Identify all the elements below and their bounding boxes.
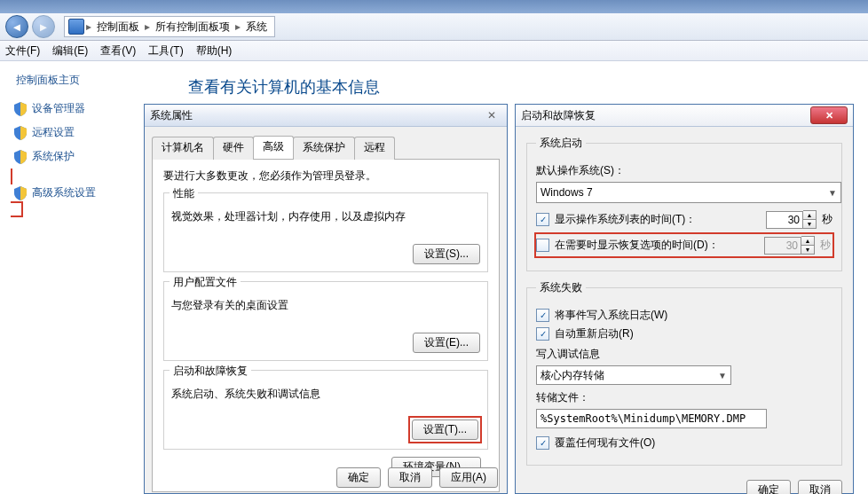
chevron-down-icon: ▼ bbox=[718, 371, 727, 380]
nav-device-manager[interactable]: 设备管理器 bbox=[11, 98, 144, 119]
group-title: 性能 bbox=[170, 186, 198, 201]
cancel-button[interactable]: 取消 bbox=[388, 467, 432, 488]
default-os-label: 默认操作系统(S)： bbox=[536, 163, 625, 178]
dialog-subtitle-blurred bbox=[195, 109, 198, 122]
profile-settings-button[interactable]: 设置(E)... bbox=[413, 333, 480, 353]
left-nav: 控制面板主页 设备管理器 远程设置 系统保护 高级系统设置 bbox=[0, 60, 147, 494]
shield-icon bbox=[14, 126, 27, 140]
shield-icon bbox=[14, 150, 27, 164]
show-recovery-label: 在需要时显示恢复选项的时间(D)： bbox=[555, 238, 759, 253]
performance-settings-button[interactable]: 设置(S)... bbox=[413, 244, 480, 264]
startup-recovery-dialog: 启动和故障恢复 ✕ 系统启动 默认操作系统(S)： Windows 7 ▼ ✓ … bbox=[515, 104, 854, 494]
show-os-list-label: 显示操作系统列表的时间(T)： bbox=[555, 212, 761, 227]
control-panel-icon bbox=[68, 19, 84, 35]
menu-bar: 文件(F) 编辑(E) 查看(V) 工具(T) 帮助(H) bbox=[0, 41, 868, 61]
group-legend: 系统启动 bbox=[536, 136, 586, 151]
crumb-control-panel[interactable]: 控制面板 bbox=[93, 18, 143, 36]
dialog-title: 启动和故障恢复 bbox=[521, 108, 596, 123]
dialog-title: 系统属性 bbox=[150, 109, 193, 122]
log-event-label: 将事件写入系统日志(W) bbox=[555, 308, 667, 323]
nav-label: 设备管理器 bbox=[32, 101, 85, 116]
log-event-checkbox[interactable]: ✓ bbox=[536, 309, 549, 322]
group-desc: 系统启动、系统失败和调试信息 bbox=[171, 387, 480, 402]
group-title: 启动和故障恢复 bbox=[170, 364, 251, 379]
dialog-header[interactable]: 系统属性 ✕ bbox=[145, 105, 507, 127]
system-startup-group: 系统启动 默认操作系统(S)： Windows 7 ▼ ✓ 显示操作系统列表的时… bbox=[526, 136, 842, 271]
default-os-select[interactable]: Windows 7 ▼ bbox=[536, 182, 841, 203]
chevron-right-icon: ▸ bbox=[145, 20, 150, 33]
breadcrumb[interactable]: ▸ 控制面板 ▸ 所有控制面板项 ▸ 系统 bbox=[64, 16, 275, 37]
auto-restart-checkbox[interactable]: ✓ bbox=[536, 327, 549, 341]
seconds-label: 秒 bbox=[822, 212, 832, 227]
menu-edit[interactable]: 编辑(E) bbox=[52, 43, 88, 59]
cancel-button[interactable]: 取消 bbox=[798, 480, 842, 494]
tab-hardware[interactable]: 硬件 bbox=[213, 137, 254, 160]
close-icon[interactable]: ✕ bbox=[482, 109, 501, 122]
tab-system-protection[interactable]: 系统保护 bbox=[293, 137, 355, 160]
performance-group: 性能 视觉效果，处理器计划，内存使用，以及虚拟内存 设置(S)... bbox=[163, 192, 488, 272]
tab-remote[interactable]: 远程 bbox=[354, 137, 395, 160]
dump-type-value: 核心内存转储 bbox=[541, 368, 604, 383]
menu-file[interactable]: 文件(F) bbox=[5, 43, 40, 59]
menu-view[interactable]: 查看(V) bbox=[100, 43, 136, 59]
system-properties-dialog: 系统属性 ✕ 计算机名 硬件 高级 系统保护 远程 要进行大多数更改，您必须作为… bbox=[144, 104, 508, 494]
apply-button[interactable]: 应用(A) bbox=[439, 467, 498, 488]
forward-button[interactable]: ► bbox=[32, 15, 55, 38]
write-debug-label: 写入调试信息 bbox=[536, 347, 600, 362]
dump-file-input[interactable] bbox=[536, 409, 767, 428]
seconds-label: 秒 bbox=[820, 238, 831, 253]
dump-type-select[interactable]: 核心内存转储 ▼ bbox=[536, 365, 731, 385]
startup-recovery-group: 启动和故障恢复 系统启动、系统失败和调试信息 设置(T)... bbox=[163, 370, 488, 450]
show-os-list-seconds[interactable] bbox=[766, 211, 803, 229]
group-legend: 系统失败 bbox=[536, 280, 586, 295]
tab-advanced[interactable]: 高级 bbox=[253, 136, 294, 159]
dump-file-label: 转储文件： bbox=[536, 390, 589, 405]
left-nav-title: 控制面板主页 bbox=[16, 73, 144, 88]
chevron-right-icon: ▸ bbox=[235, 20, 241, 33]
nav-label: 系统保护 bbox=[32, 149, 75, 164]
shield-icon bbox=[14, 186, 27, 200]
spinner[interactable]: ▲▼ bbox=[803, 210, 817, 229]
group-desc: 与您登录有关的桌面设置 bbox=[171, 298, 480, 313]
user-profile-group: 用户配置文件 与您登录有关的桌面设置 设置(E)... bbox=[163, 281, 488, 361]
nav-advanced-system-settings[interactable]: 高级系统设置 bbox=[11, 183, 144, 203]
menu-tools[interactable]: 工具(T) bbox=[148, 43, 183, 59]
spinner: ▲▼ bbox=[801, 236, 815, 255]
page-title: 查看有关计算机的基本信息 bbox=[188, 76, 868, 98]
default-os-value: Windows 7 bbox=[541, 186, 593, 199]
shield-icon bbox=[14, 102, 27, 116]
show-recovery-seconds bbox=[764, 237, 801, 255]
show-recovery-checkbox[interactable] bbox=[536, 239, 549, 252]
dialog-header[interactable]: 启动和故障恢复 ✕ bbox=[516, 105, 853, 127]
show-os-list-checkbox[interactable]: ✓ bbox=[536, 213, 549, 226]
tab-computer-name[interactable]: 计算机名 bbox=[152, 137, 214, 160]
nav-label: 远程设置 bbox=[32, 125, 75, 140]
admin-note: 要进行大多数更改，您必须作为管理员登录。 bbox=[163, 169, 488, 184]
chevron-right-icon: ▸ bbox=[86, 20, 91, 33]
startup-recovery-settings-button[interactable]: 设置(T)... bbox=[412, 420, 478, 440]
group-desc: 视觉效果，处理器计划，内存使用，以及虚拟内存 bbox=[171, 209, 480, 224]
nav-remote-settings[interactable]: 远程设置 bbox=[11, 122, 144, 143]
overwrite-label: 覆盖任何现有文件(O) bbox=[555, 435, 655, 451]
system-failure-group: 系统失败 ✓ 将事件写入系统日志(W) ✓ 自动重新启动(R) 写入调试信息 核… bbox=[526, 280, 842, 466]
nav-label: 高级系统设置 bbox=[32, 185, 96, 200]
ok-button[interactable]: 确定 bbox=[336, 467, 381, 488]
crumb-system[interactable]: 系统 bbox=[242, 18, 271, 36]
window-titlebar bbox=[0, 0, 868, 13]
overwrite-checkbox[interactable]: ✓ bbox=[536, 436, 549, 450]
menu-help[interactable]: 帮助(H) bbox=[196, 43, 233, 59]
nav-system-protection[interactable]: 系统保护 bbox=[11, 146, 144, 167]
ok-button[interactable]: 确定 bbox=[746, 480, 791, 494]
auto-restart-label: 自动重新启动(R) bbox=[555, 326, 634, 341]
address-bar: ◄ ► ▸ 控制面板 ▸ 所有控制面板项 ▸ 系统 bbox=[0, 13, 868, 41]
group-title: 用户配置文件 bbox=[170, 275, 241, 290]
crumb-all-items[interactable]: 所有控制面板项 bbox=[152, 18, 233, 36]
chevron-down-icon: ▼ bbox=[828, 188, 837, 198]
tab-strip: 计算机名 硬件 高级 系统保护 远程 bbox=[152, 136, 500, 160]
close-button[interactable]: ✕ bbox=[810, 106, 848, 124]
back-button[interactable]: ◄ bbox=[5, 15, 28, 38]
tab-page-advanced: 要进行大多数更改，您必须作为管理员登录。 性能 视觉效果，处理器计划，内存使用，… bbox=[152, 160, 500, 492]
